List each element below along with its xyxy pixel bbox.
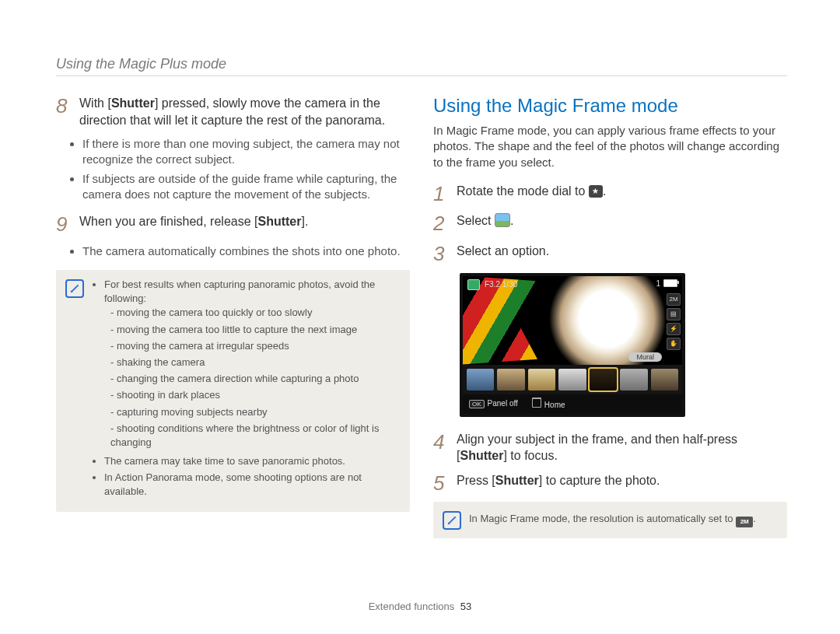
- ok-key-icon: OK: [469, 400, 485, 408]
- lcd-side-icons: 2M ▤ ⚡ ✋: [667, 293, 681, 350]
- lcd-bottom-bar: OKPanel off Home: [463, 394, 682, 414]
- resolution-2m-icon: 2M: [736, 517, 753, 527]
- section-intro: In Magic Frame mode, you can apply vario…: [433, 123, 787, 170]
- step-number: 8: [56, 95, 70, 128]
- thumb: [528, 369, 555, 391]
- list-item: shaking the camera: [110, 356, 399, 370]
- shots-remaining: 1: [656, 279, 660, 288]
- page-footer: Extended functions 53: [0, 601, 840, 612]
- step-text: When you are finished, release [Shutter]…: [79, 213, 308, 236]
- battery-icon: [663, 279, 677, 287]
- tip-box: In Magic Frame mode, the resolution is a…: [433, 502, 787, 538]
- step-number: 5: [433, 472, 447, 495]
- hand-icon: ✋: [667, 338, 681, 350]
- t: For best results when capturing panorami…: [104, 278, 375, 304]
- thumb: [467, 369, 494, 391]
- list-item: moving the camera at irregular speeds: [110, 339, 399, 353]
- list-item: capturing moving subjects nearby: [110, 405, 399, 419]
- running-head: Using the Magic Plus mode: [56, 56, 787, 72]
- step-8-sublist: If there is more than one moving subject…: [82, 136, 410, 202]
- list-item: shooting in dark places: [110, 388, 399, 402]
- right-column: Using the Magic Frame mode In Magic Fram…: [433, 95, 787, 603]
- columns: 8 With [Shutter] pressed, slowly move th…: [56, 95, 787, 603]
- t: .: [603, 184, 606, 198]
- step-number: 2: [433, 212, 447, 235]
- list-item: changing the camera direction while capt…: [110, 372, 399, 386]
- list-item: shooting conditions where the brightness…: [110, 422, 399, 450]
- left-column: 8 With [Shutter] pressed, slowly move th…: [56, 95, 410, 603]
- t: .: [510, 214, 513, 227]
- step-9: 9 When you are finished, release [Shutte…: [56, 213, 410, 236]
- note-icon: [443, 511, 461, 530]
- step-3: 3 Select an option.: [433, 243, 787, 265]
- quality-icon: ▤: [667, 308, 681, 321]
- home-hint: Home: [532, 398, 565, 409]
- exposure-readout: F3.2 1/30: [485, 280, 517, 289]
- tip-box: For best results when capturing panorami…: [56, 270, 410, 512]
- list-item: For best results when capturing panorami…: [104, 278, 399, 450]
- list-item: If subjects are outside of the guide fra…: [82, 171, 410, 203]
- page-number: 53: [460, 601, 471, 612]
- step-4: 4 Align your subject in the frame, and t…: [433, 431, 787, 464]
- divider: [56, 75, 787, 76]
- step-text: Align your subject in the frame, and the…: [457, 431, 787, 464]
- step-text: Select .: [457, 212, 513, 235]
- magic-frame-icon: [495, 213, 510, 227]
- dash-list: moving the camera too quickly or too slo…: [104, 306, 399, 450]
- t: When you are finished, release [: [79, 215, 257, 228]
- shutter-key: Shutter: [495, 474, 539, 487]
- thumb: [558, 369, 586, 391]
- list-item: The camera automatically combines the sh…: [82, 243, 410, 259]
- t: .: [753, 513, 756, 524]
- step-2: 2 Select .: [433, 212, 787, 235]
- panel-off-hint: OKPanel off: [469, 399, 518, 408]
- t: Panel off: [488, 399, 518, 408]
- footer-section: Extended functions: [369, 601, 455, 612]
- note-content: For best results when capturing panorami…: [92, 278, 399, 499]
- t: ] to capture the photo.: [539, 474, 660, 487]
- flash-icon: ⚡: [667, 323, 681, 335]
- step-number: 9: [56, 213, 70, 236]
- list-item: In Action Panorama mode, some shooting o…: [104, 471, 399, 499]
- lcd-live-view: F3.2 1/30 1 2M ▤ ⚡ ✋ Mural: [463, 276, 682, 365]
- resolution-icon: 2M: [667, 293, 681, 306]
- section-heading: Using the Magic Frame mode: [433, 95, 787, 117]
- t: Rotate the mode dial to: [457, 184, 589, 198]
- list-item: The camera may take time to save panoram…: [104, 454, 399, 468]
- t: ] to focus.: [503, 449, 557, 462]
- shutter-key: Shutter: [111, 96, 155, 110]
- thumb: [620, 369, 647, 391]
- lcd-status-right: 1: [656, 279, 677, 288]
- step-8: 8 With [Shutter] pressed, slowly move th…: [56, 95, 410, 128]
- shutter-key: Shutter: [257, 215, 301, 228]
- step-number: 4: [433, 431, 447, 464]
- step-text: Select an option.: [457, 243, 549, 265]
- shutter-key: Shutter: [460, 449, 503, 462]
- step-number: 3: [433, 243, 447, 265]
- step-number: 1: [433, 183, 447, 205]
- step-5: 5 Press [Shutter] to capture the photo.: [433, 472, 787, 495]
- step-text: Rotate the mode dial to .: [457, 183, 606, 205]
- note-content: In Magic Frame mode, the resolution is a…: [469, 513, 776, 527]
- t: Home: [544, 401, 565, 409]
- thumb: [651, 369, 678, 391]
- thumb-icon: [467, 279, 480, 290]
- t: With [: [79, 96, 111, 110]
- t: Press [: [457, 474, 495, 487]
- frame-name-label: Mural: [628, 352, 662, 362]
- list-item: moving the camera too little to capture …: [110, 323, 399, 337]
- t: In Magic Frame mode, the resolution is a…: [469, 513, 736, 524]
- t: ].: [301, 215, 308, 228]
- thumb-selected: [590, 369, 617, 391]
- list-item: moving the camera too quickly or too slo…: [110, 306, 399, 320]
- step-1: 1 Rotate the mode dial to .: [433, 183, 787, 205]
- list-item: If there is more than one moving subject…: [82, 136, 410, 168]
- step-9-sublist: The camera automatically combines the sh…: [82, 243, 410, 259]
- lcd-frame-thumbs: [463, 365, 682, 394]
- step-text: Press [Shutter] to capture the photo.: [457, 472, 660, 495]
- lcd-status-left: F3.2 1/30: [467, 279, 517, 290]
- mode-dial-icon: [589, 185, 603, 198]
- camera-lcd-preview: F3.2 1/30 1 2M ▤ ⚡ ✋ Mural: [460, 273, 685, 417]
- thumb: [497, 369, 524, 391]
- note-icon: [65, 279, 84, 298]
